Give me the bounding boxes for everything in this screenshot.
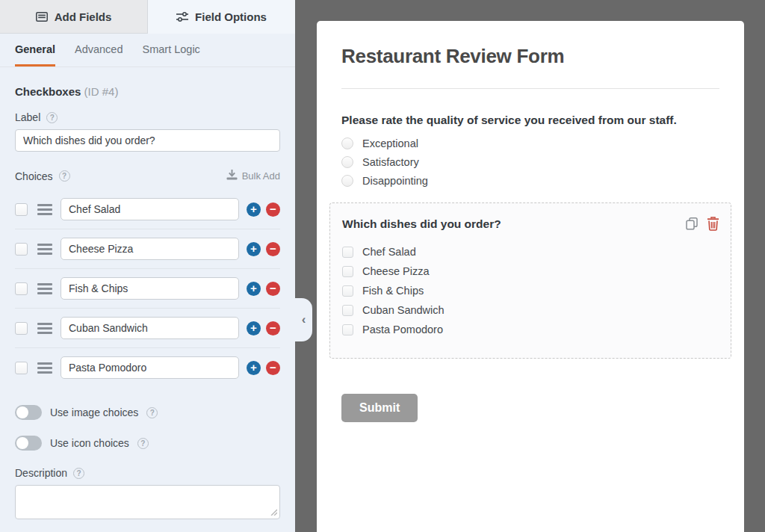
delete-field-icon[interactable] bbox=[707, 217, 719, 234]
choice-default-checkbox[interactable] bbox=[15, 322, 28, 335]
radio-icon[interactable] bbox=[341, 156, 353, 168]
radio-icon[interactable] bbox=[341, 137, 353, 149]
preview-workspace: ‹ Restaurant Review Form Please rate the… bbox=[295, 0, 765, 532]
choice-default-checkbox[interactable] bbox=[15, 203, 28, 216]
checkbox-option-row[interactable]: Cheese Pizza bbox=[342, 265, 719, 277]
toggle-label: Use image choices bbox=[50, 406, 138, 418]
choice-text-input[interactable] bbox=[61, 317, 239, 339]
remove-choice-button[interactable] bbox=[266, 361, 280, 375]
checkbox-option-row[interactable]: Chef Salad bbox=[342, 246, 719, 258]
description-textarea[interactable] bbox=[15, 485, 280, 519]
remove-choice-button[interactable] bbox=[266, 202, 280, 217]
choice-text-input[interactable] bbox=[61, 356, 239, 379]
radio-option-label: Exceptional bbox=[362, 137, 418, 149]
choice-row bbox=[15, 190, 280, 229]
sliders-icon bbox=[176, 12, 188, 22]
use-image-choices-toggle[interactable] bbox=[15, 405, 42, 420]
choice-text-input[interactable] bbox=[61, 238, 239, 260]
choice-default-checkbox[interactable] bbox=[15, 362, 28, 374]
checkbox-field-label: Which dishes did you order? bbox=[342, 216, 501, 232]
checkbox-option-label: Cuban Sandwich bbox=[362, 304, 445, 316]
radio-option-row[interactable]: Disappointing bbox=[341, 175, 719, 187]
checkbox-icon[interactable] bbox=[342, 305, 353, 316]
description-wrap bbox=[15, 479, 280, 522]
drag-handle-icon[interactable] bbox=[37, 362, 52, 374]
choice-text-input[interactable] bbox=[61, 198, 239, 220]
subtab-smart-logic[interactable]: Smart Logic bbox=[143, 43, 200, 66]
help-icon[interactable]: ? bbox=[59, 170, 70, 182]
help-icon[interactable]: ? bbox=[146, 407, 158, 418]
choice-default-checkbox[interactable] bbox=[15, 282, 28, 295]
radio-option-label: Disappointing bbox=[362, 175, 428, 187]
checkbox-option-label: Chef Salad bbox=[362, 246, 416, 258]
toggle-label: Use icon choices bbox=[50, 437, 129, 449]
checkbox-option-row[interactable]: Fish & Chips bbox=[342, 285, 719, 297]
radio-option-row[interactable]: Satisfactory bbox=[341, 156, 719, 168]
choice-row bbox=[15, 347, 280, 387]
help-icon[interactable]: ? bbox=[137, 438, 149, 449]
label-option-row: Label ? bbox=[15, 111, 280, 123]
add-choice-button[interactable] bbox=[247, 202, 261, 217]
bulk-add-button[interactable]: Bulk Add bbox=[226, 170, 280, 182]
radio-option-label: Satisfactory bbox=[362, 156, 419, 168]
tab-label: Add Fields bbox=[55, 10, 112, 23]
selected-checkbox-field[interactable]: Which dishes did you order? Chef bbox=[329, 202, 731, 359]
remove-choice-button[interactable] bbox=[266, 242, 280, 256]
choice-list bbox=[15, 190, 280, 387]
choices-header: Choices ? Bulk Add bbox=[15, 170, 280, 182]
form-title: Restaurant Review Form bbox=[341, 45, 719, 68]
radio-icon[interactable] bbox=[341, 175, 353, 187]
submit-button[interactable]: Submit bbox=[341, 394, 418, 422]
image-choices-row: Use image choices ? bbox=[15, 405, 280, 420]
checkbox-options: Chef Salad Cheese Pizza Fish & Chips Cub… bbox=[342, 246, 719, 335]
bulk-add-icon bbox=[226, 170, 238, 182]
bulk-add-label: Bulk Add bbox=[242, 170, 280, 182]
drag-handle-icon[interactable] bbox=[37, 204, 52, 215]
checkbox-icon[interactable] bbox=[342, 324, 353, 335]
checkbox-icon[interactable] bbox=[342, 285, 353, 297]
subtab-advanced[interactable]: Advanced bbox=[75, 43, 123, 66]
drag-handle-icon[interactable] bbox=[37, 244, 52, 255]
choice-row bbox=[15, 308, 280, 347]
subtab-general[interactable]: General bbox=[15, 43, 55, 66]
checkbox-icon[interactable] bbox=[342, 266, 353, 277]
choice-text-input[interactable] bbox=[61, 277, 239, 300]
duplicate-field-icon[interactable] bbox=[684, 216, 699, 234]
help-icon[interactable]: ? bbox=[73, 468, 84, 479]
label-input[interactable] bbox=[15, 129, 280, 152]
checkbox-icon[interactable] bbox=[342, 247, 353, 258]
option-subtabs: General Advanced Smart Logic bbox=[0, 34, 295, 67]
drag-handle-icon[interactable] bbox=[37, 283, 52, 294]
resize-grip-icon[interactable] bbox=[270, 505, 277, 519]
choices-option-text: Choices bbox=[15, 170, 53, 182]
checkbox-option-label: Fish & Chips bbox=[362, 285, 424, 297]
title-divider bbox=[341, 88, 719, 89]
description-option-row: Description ? bbox=[15, 467, 280, 479]
choice-row bbox=[15, 268, 280, 308]
tab-field-options[interactable]: Field Options bbox=[148, 0, 295, 34]
tab-label: Field Options bbox=[195, 10, 267, 23]
remove-choice-button[interactable] bbox=[266, 282, 280, 296]
checkbox-option-label: Pasta Pomodoro bbox=[362, 324, 443, 335]
checkbox-option-label: Cheese Pizza bbox=[362, 265, 429, 277]
tab-add-fields[interactable]: Add Fields bbox=[0, 0, 148, 34]
field-type-name: Checkboxes bbox=[15, 85, 81, 98]
radio-option-row[interactable]: Exceptional bbox=[341, 137, 719, 149]
help-icon[interactable]: ? bbox=[46, 112, 58, 123]
add-choice-button[interactable] bbox=[247, 361, 261, 375]
form-preview-card: Restaurant Review Form Please rate the q… bbox=[317, 21, 744, 532]
use-icon-choices-toggle[interactable] bbox=[15, 436, 42, 451]
add-choice-button[interactable] bbox=[247, 321, 261, 335]
choice-row bbox=[15, 229, 280, 268]
drag-handle-icon[interactable] bbox=[37, 323, 52, 334]
choice-default-checkbox[interactable] bbox=[15, 243, 28, 256]
checkbox-option-row[interactable]: Pasta Pomodoro bbox=[342, 324, 719, 335]
selected-field-header: Which dishes did you order? bbox=[342, 216, 719, 234]
collapse-panel-handle[interactable]: ‹ bbox=[295, 298, 312, 341]
checkbox-option-row[interactable]: Cuban Sandwich bbox=[342, 304, 719, 316]
builder-tabbar: Add Fields Field Options bbox=[0, 0, 295, 34]
remove-choice-button[interactable] bbox=[266, 321, 280, 335]
add-choice-button[interactable] bbox=[247, 282, 261, 296]
label-option-text: Label bbox=[15, 111, 40, 123]
add-choice-button[interactable] bbox=[247, 242, 261, 256]
